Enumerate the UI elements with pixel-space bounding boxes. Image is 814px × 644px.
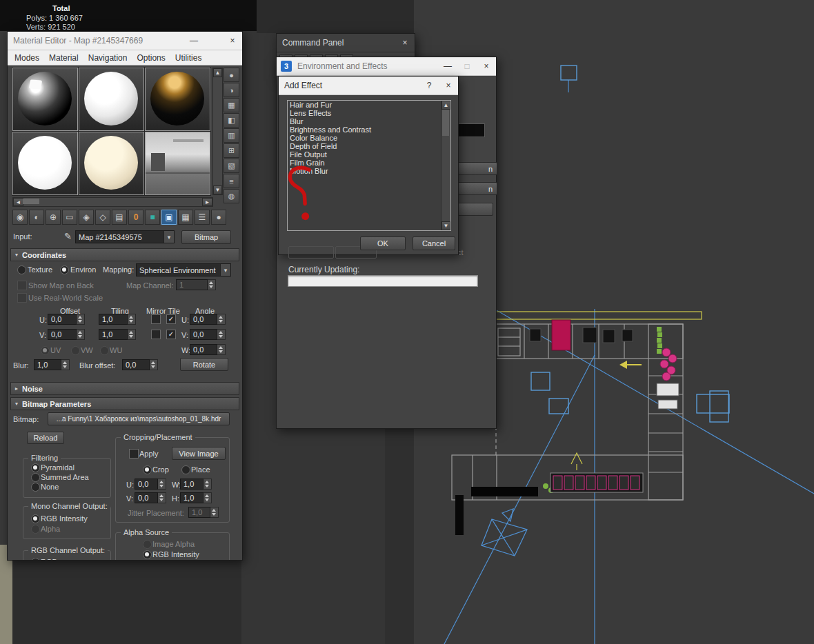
effect-item[interactable]: Blur <box>288 117 450 125</box>
effect-item[interactable]: Hair and Fur <box>288 101 450 109</box>
none-radio[interactable] <box>31 483 40 492</box>
noise-rollout-header[interactable]: ► Noise <box>10 382 239 395</box>
alpha-rgb-intensity-radio[interactable] <box>143 550 152 559</box>
view-image-button[interactable]: View Image <box>172 447 226 460</box>
map-type-button[interactable]: Bitmap <box>181 230 231 244</box>
environment-titlebar[interactable]: 3 Environment and Effects — □ × <box>277 57 496 76</box>
pencil-icon[interactable]: ✎ <box>64 231 72 241</box>
pyramidal-radio[interactable] <box>31 463 40 472</box>
bitmap-parameters-rollout-header[interactable]: ▼ Bitmap Parameters <box>10 397 239 410</box>
menu-utilities[interactable]: Utilities <box>170 52 207 64</box>
effect-item[interactable]: Color Balance <box>288 134 450 142</box>
effect-item[interactable]: Film Grain <box>288 159 450 167</box>
map-channel-spinner[interactable]: 1 <box>176 279 216 290</box>
w-angle-spinner[interactable]: 0,0 <box>190 344 226 355</box>
make-preview-icon[interactable]: ⊞ <box>224 143 239 158</box>
map-name-combo[interactable]: Map #2145349575 ▾ <box>75 230 175 243</box>
effect-item[interactable]: Brightness and Contrast <box>288 125 450 134</box>
effect-item[interactable]: Depth of Field <box>288 142 450 150</box>
alpha-radio[interactable] <box>31 525 40 534</box>
show-map-in-viewport-icon[interactable]: ▣ <box>161 210 177 225</box>
add-effect-dialog[interactable]: Add Effect ? × Hair and Fur Lens Effects… <box>278 76 459 255</box>
scroll-right-icon[interactable]: ► <box>202 198 212 206</box>
effects-list[interactable]: Hair and Fur Lens Effects Blur Brightnes… <box>287 100 451 231</box>
help-icon[interactable]: ? <box>419 77 439 94</box>
effects-list-scrollbar[interactable]: ▲ ▼ <box>441 101 450 230</box>
place-radio[interactable] <box>181 465 190 474</box>
minimize-icon[interactable]: — <box>184 32 204 50</box>
v-mirror-checkbox[interactable] <box>151 330 161 339</box>
material-map-navigator-icon[interactable]: ◍ <box>224 189 239 203</box>
put-material-icon[interactable]: ◐ <box>29 210 44 225</box>
image-alpha-radio[interactable] <box>143 540 152 549</box>
background-icon[interactable]: ▦ <box>224 98 239 112</box>
scrollbar-thumb[interactable] <box>23 199 39 204</box>
effect-item[interactable]: Lens Effects <box>288 109 450 117</box>
add-effect-titlebar[interactable]: Add Effect ? × <box>279 77 458 95</box>
command-panel-titlebar[interactable]: Command Panel × <box>277 34 415 52</box>
close-icon[interactable]: × <box>395 34 415 52</box>
u-tile-checkbox[interactable]: ✓ <box>166 314 176 324</box>
show-end-result-icon[interactable]: ▦ <box>178 210 193 225</box>
close-icon[interactable]: × <box>477 57 496 75</box>
go-to-parent-icon[interactable]: ☰ <box>195 210 210 225</box>
material-sample-slot[interactable] <box>79 132 144 195</box>
u-tiling-spinner[interactable]: 1,0 <box>99 314 136 325</box>
effect-item[interactable]: Motion Blur <box>288 167 450 175</box>
put-to-library-icon[interactable]: ◇ <box>95 210 110 225</box>
u-mirror-checkbox[interactable] <box>151 314 161 324</box>
v-angle-spinner[interactable]: 0,0 <box>190 329 226 340</box>
material-editor-titlebar[interactable]: Material Editor - Map #2145347669 — × <box>8 32 242 50</box>
show-background-icon[interactable]: ■ <box>145 210 160 225</box>
material-id-channel-icon[interactable]: 0 <box>128 210 143 225</box>
slot-vertical-scrollbar[interactable]: ▲ ▼ <box>212 68 223 195</box>
backlight-icon[interactable]: ◑ <box>224 83 239 97</box>
scroll-down-icon[interactable]: ▼ <box>441 221 450 230</box>
chevron-down-icon[interactable]: ▾ <box>220 264 230 276</box>
material-sample-slot[interactable] <box>12 132 78 195</box>
v-offset-spinner[interactable]: 0,0 <box>48 329 85 340</box>
texture-radio[interactable] <box>17 265 26 274</box>
scroll-down-icon[interactable]: ▼ <box>213 185 222 194</box>
u-offset-spinner[interactable]: 0,0 <box>48 314 85 325</box>
scroll-up-icon[interactable]: ▲ <box>213 68 222 77</box>
close-icon[interactable]: × <box>223 32 242 50</box>
reload-button[interactable]: Reload <box>27 432 64 444</box>
minimize-icon[interactable]: — <box>438 57 457 75</box>
close-icon[interactable]: × <box>439 77 458 94</box>
make-unique-icon[interactable]: ◈ <box>79 210 94 225</box>
background-color-swatch[interactable] <box>455 123 485 137</box>
jitter-placement-spinner[interactable]: 1,0 <box>188 507 219 518</box>
save-material-icon[interactable]: ▤ <box>112 210 127 225</box>
material-sample-slot[interactable] <box>145 68 210 131</box>
environ-radio[interactable] <box>60 265 69 274</box>
select-by-material-icon[interactable]: ≡ <box>224 174 239 188</box>
menu-material[interactable]: Material <box>44 52 83 64</box>
material-editor-window[interactable]: Material Editor - Map #2145347669 — × Mo… <box>7 31 243 561</box>
use-real-world-scale-checkbox[interactable] <box>17 293 27 303</box>
blur-offset-spinner[interactable]: 0,0 <box>122 359 158 370</box>
sample-type-icon[interactable]: ● <box>224 68 239 82</box>
chevron-down-icon[interactable]: ▾ <box>163 231 174 243</box>
menu-options[interactable]: Options <box>132 52 170 64</box>
scroll-left-icon[interactable]: ◄ <box>13 198 23 206</box>
crop-radio[interactable] <box>143 465 152 474</box>
bitmap-path-button[interactable]: ...a Funny\1 Хабаровск из\maps\autoshop_… <box>48 412 230 425</box>
scroll-up-icon[interactable]: ▲ <box>441 101 450 110</box>
crop-u-spinner[interactable]: 0,0 <box>135 479 166 490</box>
menu-navigation[interactable]: Navigation <box>83 52 132 64</box>
sample-tiling-icon[interactable]: ◧ <box>224 113 239 128</box>
crop-h-spinner[interactable]: 1,0 <box>180 492 212 503</box>
options-icon[interactable]: ▧ <box>224 159 239 173</box>
delete-map-icon[interactable]: ▭ <box>62 210 77 225</box>
get-material-icon[interactable]: ◉ <box>12 210 28 225</box>
mapping-combo[interactable]: Spherical Environment ▾ <box>136 263 231 276</box>
vw-radio[interactable] <box>71 346 80 355</box>
v-tiling-spinner[interactable]: 1,0 <box>99 329 136 340</box>
crop-v-spinner[interactable]: 0,0 <box>135 492 166 503</box>
v-tile-checkbox[interactable]: ✓ <box>166 330 176 339</box>
assign-material-icon[interactable]: ⊕ <box>46 210 61 225</box>
coordinates-rollout-header[interactable]: ▼ Coordinates <box>10 248 239 261</box>
blur-spinner[interactable]: 1,0 <box>34 359 70 370</box>
video-color-check-icon[interactable]: ▥ <box>224 128 239 143</box>
